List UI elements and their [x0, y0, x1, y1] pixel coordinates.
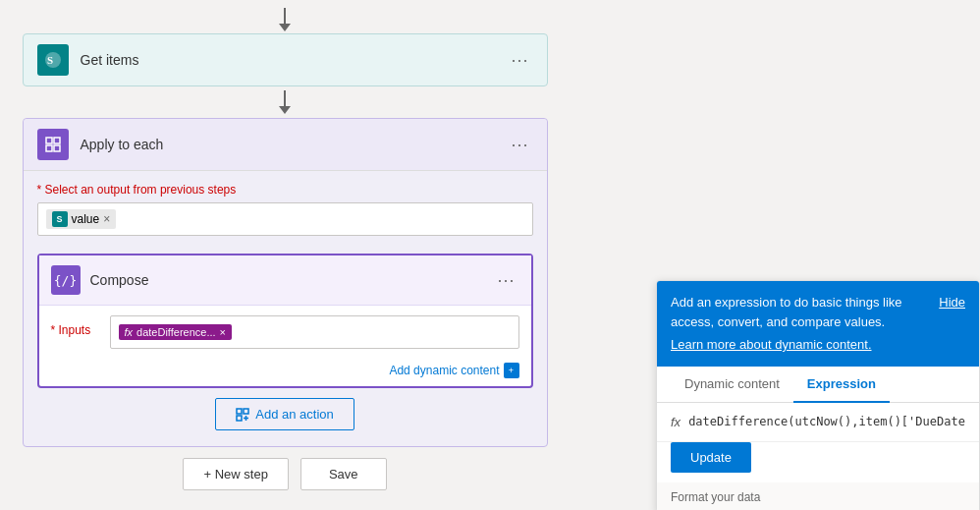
svg-rect-7 [244, 409, 248, 414]
token-close-button[interactable]: × [103, 213, 110, 225]
token-sp-icon: S [52, 211, 68, 227]
svg-rect-4 [46, 145, 52, 151]
expr-panel-header: Add an expression to do basic things lik… [657, 281, 979, 367]
apply-to-each-container: Apply to each ··· * Select an output fro… [23, 118, 548, 447]
get-items-title: Get items [81, 52, 508, 68]
bottom-bar: + New step Save [0, 458, 570, 490]
expr-header-description: Add an expression to do basic things lik… [671, 295, 902, 329]
svg-rect-3 [54, 138, 60, 143]
expression-panel: Add an expression to do basic things lik… [656, 280, 980, 510]
add-action-button[interactable]: Add an action [215, 398, 354, 430]
add-action-row: Add an action [24, 398, 547, 430]
inputs-field[interactable]: fx dateDifference... × [110, 315, 519, 349]
apply-each-header: Apply to each ··· [24, 119, 547, 171]
expression-input[interactable] [688, 415, 965, 428]
add-action-label: Add an action [255, 407, 334, 422]
svg-rect-6 [237, 409, 242, 414]
format-label: Format your data [657, 482, 979, 511]
inputs-row: * Inputs fx dateDifference... × [51, 315, 519, 349]
expr-token-close[interactable]: × [220, 326, 226, 338]
svg-rect-8 [237, 416, 242, 421]
get-items-card: S Get items ··· [23, 33, 548, 86]
add-action-icon [236, 408, 249, 422]
prev-steps-label: * Select an output from previous steps [37, 183, 533, 197]
compose-title: Compose [90, 272, 494, 288]
apply-each-more-button[interactable]: ··· [507, 135, 532, 155]
svg-text:S: S [47, 54, 53, 66]
expr-token: fx dateDifference... × [119, 324, 233, 340]
fx-label: fx [671, 415, 681, 429]
apply-each-title: Apply to each [81, 137, 508, 152]
expr-input-row: fx [657, 403, 979, 442]
new-step-button[interactable]: + New step [183, 458, 288, 490]
hide-link[interactable]: Hide [939, 293, 965, 312]
inputs-label: * Inputs [51, 315, 100, 337]
get-items-more-button[interactable]: ··· [507, 50, 532, 71]
dynamic-icon: + [504, 363, 519, 378]
tab-expression[interactable]: Expression [793, 367, 890, 403]
prev-steps-section: * Select an output from previous steps S… [24, 171, 547, 244]
token-input[interactable]: S value × [37, 202, 533, 236]
add-dynamic-button[interactable]: Add dynamic content + [389, 363, 518, 378]
svg-rect-5 [54, 145, 60, 151]
fx-prefix: fx [125, 326, 134, 338]
tab-dynamic-content[interactable]: Dynamic content [671, 367, 793, 403]
add-dynamic-label: Add dynamic content [389, 364, 499, 377]
sharepoint-icon: S [37, 44, 69, 76]
value-token: S value × [46, 209, 117, 229]
save-button[interactable]: Save [300, 458, 387, 490]
expr-tabs: Dynamic content Expression [657, 367, 979, 403]
learn-more-link[interactable]: Learn more about dynamic content. [671, 335, 923, 355]
expr-panel-header-text: Add an expression to do basic things lik… [671, 293, 931, 355]
compose-card: {/} Compose ··· * Inputs fx dateDifferen… [37, 254, 533, 388]
compose-icon: {/} [51, 265, 81, 295]
compose-body: * Inputs fx dateDifference... × [39, 306, 531, 359]
token-label: value [72, 212, 100, 226]
compose-header: {/} Compose ··· [39, 255, 531, 306]
apply-each-icon [37, 129, 69, 160]
expr-token-label: dateDifference... [136, 326, 216, 338]
compose-more-button[interactable]: ··· [493, 270, 518, 291]
svg-rect-2 [46, 138, 52, 143]
add-dynamic-row: Add dynamic content + [39, 359, 531, 386]
update-button[interactable]: Update [671, 442, 751, 473]
